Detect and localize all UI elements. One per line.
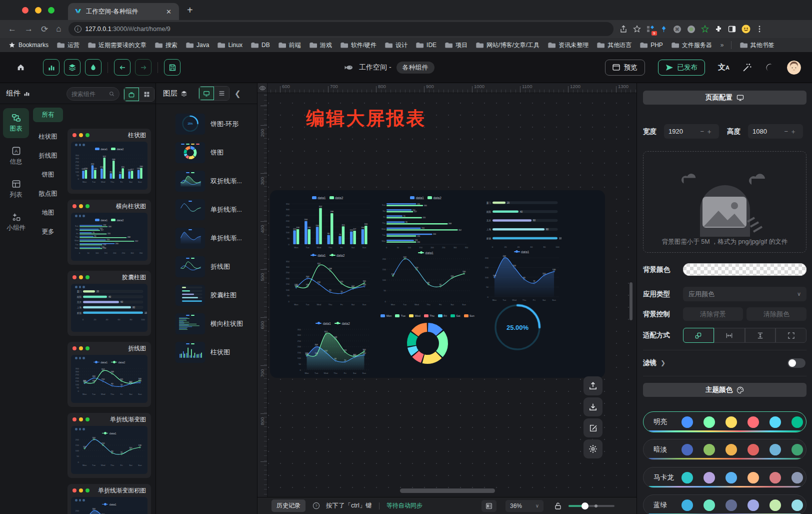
layer-item-胶囊柱图[interactable]: 胶囊柱图 bbox=[176, 285, 236, 306]
sidebar-item-列表[interactable]: 列表 bbox=[3, 174, 29, 204]
bookmark-folder[interactable]: DB bbox=[251, 42, 270, 49]
category-地图[interactable]: 地图 bbox=[32, 209, 64, 217]
fit-full-button[interactable] bbox=[776, 328, 806, 343]
theme-color-dot[interactable] bbox=[682, 472, 693, 483]
layer-item-饼图[interactable]: 饼图 bbox=[176, 142, 224, 163]
language-icon[interactable]: 文A bbox=[718, 63, 730, 72]
theme-color-dot[interactable] bbox=[704, 499, 715, 511]
zoom-slider[interactable] bbox=[568, 505, 614, 507]
puzzle-extension-icon[interactable] bbox=[714, 25, 722, 33]
settings-button[interactable] bbox=[584, 439, 602, 458]
page-config-header[interactable]: 页面配置 bbox=[643, 91, 806, 105]
theme-color-dot[interactable] bbox=[792, 416, 803, 428]
bg-color-swatch[interactable] bbox=[683, 263, 806, 276]
dashboard-chart-bar[interactable]: data1data2050100150200250300350MonTueWed… bbox=[282, 195, 372, 250]
category-柱状图[interactable]: 柱状图 bbox=[32, 133, 64, 141]
theme-color-dot[interactable] bbox=[682, 416, 693, 428]
magic-wand-icon[interactable] bbox=[742, 63, 752, 72]
width-stepper[interactable]: −＋ bbox=[700, 127, 714, 136]
layers-panel-toggle-button[interactable] bbox=[64, 59, 80, 76]
lock-icon[interactable] bbox=[554, 502, 562, 510]
layer-item-横向柱状图[interactable]: 横向柱状图 bbox=[176, 313, 243, 334]
theme-color-dot[interactable] bbox=[748, 499, 759, 511]
layer-item-饼图-环形[interactable]: 25%饼图-环形 bbox=[176, 114, 238, 135]
search-box[interactable] bbox=[66, 87, 120, 101]
layer-item-折线图[interactable]: 折线图 bbox=[176, 256, 230, 277]
new-tab-button[interactable]: + bbox=[187, 5, 193, 15]
theme-row-暗淡[interactable]: 暗淡 bbox=[643, 439, 806, 460]
layer-item-柱状图[interactable]: 柱状图 bbox=[176, 342, 230, 363]
theme-color-dot[interactable] bbox=[726, 444, 737, 455]
collapse-panel-icon[interactable]: ❮ bbox=[234, 89, 241, 98]
dark-mode-moon-icon[interactable] bbox=[765, 63, 774, 72]
theme-color-dot[interactable] bbox=[748, 444, 759, 455]
green-star-extension-icon[interactable] bbox=[701, 25, 709, 33]
theme-color-dot[interactable] bbox=[770, 416, 781, 428]
maximize-window-button[interactable] bbox=[48, 7, 54, 14]
bookmarks-star[interactable]: Bookmarks bbox=[8, 42, 48, 49]
chevron-right-icon[interactable]: ❯ bbox=[660, 359, 666, 366]
undo-button[interactable] bbox=[114, 59, 130, 76]
edit-button[interactable] bbox=[584, 418, 602, 437]
canvas-text-title[interactable]: 编辑大屏报表 bbox=[306, 106, 426, 131]
component-card-单折线渐变面积图[interactable]: 单折线渐变面积图data1050100150200MonTueWedThuFri… bbox=[68, 484, 151, 514]
url-bar[interactable]: i 127.0.0.1:3000/#/chart/home/9 bbox=[68, 22, 614, 36]
theme-color-dot[interactable] bbox=[726, 416, 737, 428]
thumbnail-view-toggle[interactable] bbox=[199, 87, 214, 100]
theme-color-dot[interactable] bbox=[704, 444, 715, 455]
traffic-lights[interactable] bbox=[22, 7, 61, 14]
bookmark-folder[interactable]: Java bbox=[186, 42, 209, 49]
clear-background-button[interactable]: 清除背景 bbox=[683, 307, 743, 321]
fit-width-button[interactable] bbox=[714, 328, 745, 343]
back-icon[interactable]: ← bbox=[8, 24, 16, 34]
zoom-select[interactable]: 36%∨ bbox=[506, 500, 544, 512]
dashboard-chart-area1[interactable]: data1050100150200MonTueWedThuFriSatSun10… bbox=[482, 249, 562, 303]
dashboard-chart-line2[interactable]: data1data2050100150200250300350MonTueWed… bbox=[282, 253, 372, 307]
bookmark-folder[interactable]: PHP bbox=[640, 42, 663, 49]
chart-panel-toggle-button[interactable] bbox=[43, 59, 60, 76]
dashboard-chart-area2[interactable]: data1data2050100150200250300350MonTueWed… bbox=[294, 321, 372, 376]
browser-tab[interactable]: 工作空间-各种组件 ✕ bbox=[68, 3, 179, 20]
app-type-select[interactable]: 应用颜色 ∨ bbox=[683, 287, 806, 301]
forward-icon[interactable]: → bbox=[24, 24, 33, 34]
theme-color-dot[interactable] bbox=[726, 472, 737, 483]
sidebar-item-小组件[interactable]: 小组件 bbox=[3, 207, 29, 237]
theme-color-header[interactable]: 主题颜色 bbox=[643, 383, 806, 397]
dashboard-chart-capsule[interactable]: 厦门20南阳40北京60上海80新德100020406080100 bbox=[482, 198, 562, 248]
share-icon[interactable] bbox=[620, 25, 628, 33]
theme-row-马卡龙[interactable]: 马卡龙 bbox=[643, 467, 806, 488]
clear-color-button[interactable]: 清除颜色 bbox=[746, 307, 806, 321]
bookmark-star-icon[interactable] bbox=[633, 25, 641, 33]
sidebar-item-信息[interactable]: A信息 bbox=[3, 141, 29, 171]
bookmarks-overflow[interactable]: » bbox=[720, 42, 724, 49]
eye-icon[interactable] bbox=[259, 85, 266, 92]
save-button[interactable] bbox=[164, 59, 180, 76]
grid-view-toggle[interactable] bbox=[139, 88, 154, 101]
theme-color-dot[interactable] bbox=[792, 499, 803, 511]
theme-color-dot[interactable] bbox=[748, 472, 759, 483]
dashboard-chart-progress[interactable]: 25.00% bbox=[492, 302, 542, 352]
bookmark-folder[interactable]: 运营 bbox=[57, 41, 80, 50]
filter-toggle[interactable] bbox=[788, 358, 806, 368]
category-散点图[interactable]: 散点图 bbox=[32, 190, 64, 198]
slider-knob[interactable] bbox=[582, 502, 588, 509]
category-所有[interactable]: 所有 bbox=[33, 108, 63, 122]
export-button[interactable] bbox=[584, 376, 602, 395]
help-icon[interactable]: ? bbox=[312, 502, 320, 509]
canvas-viewport[interactable]: 编辑大屏报表 data1data2050100150200250300350Mo… bbox=[268, 93, 636, 497]
profile-avatar-icon[interactable] bbox=[742, 25, 750, 34]
theme-color-dot[interactable] bbox=[792, 472, 803, 483]
theme-color-dot[interactable] bbox=[792, 444, 803, 455]
bookmark-folder[interactable]: 设计 bbox=[385, 41, 408, 50]
list-view-toggle[interactable] bbox=[214, 87, 229, 100]
sidebar-toggle-icon[interactable] bbox=[728, 25, 736, 33]
bookmark-folder[interactable]: IDE bbox=[416, 42, 436, 49]
layer-item-单折线渐...[interactable]: 单折线渐... bbox=[176, 228, 242, 249]
fit-auto-button[interactable] bbox=[683, 328, 714, 343]
theme-color-dot[interactable] bbox=[682, 499, 693, 511]
bookmark-folder[interactable]: Linux bbox=[218, 42, 242, 49]
bookmark-folder[interactable]: 近期需要读的文章 bbox=[88, 41, 146, 50]
redo-button[interactable] bbox=[135, 59, 152, 76]
dashboard-chart-donut[interactable]: MonTueWedThuFriSatSun bbox=[378, 313, 478, 369]
bookmark-folder[interactable]: 资讯未整理 bbox=[548, 41, 588, 50]
